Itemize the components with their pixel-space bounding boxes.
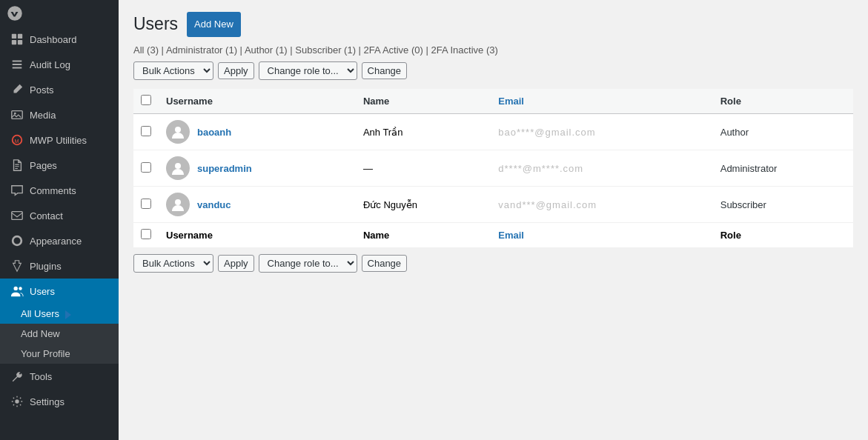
name-value: — <box>363 163 373 174</box>
sidebar-label-plugins: Plugins <box>30 261 62 272</box>
change-top-button[interactable]: Change <box>362 62 408 79</box>
username-cell: vanduc <box>159 187 356 223</box>
email-sort-link[interactable]: Email <box>498 96 524 107</box>
settings-icon <box>10 395 24 408</box>
bulk-actions-top-select[interactable]: Bulk Actions <box>133 61 213 80</box>
svg-point-10 <box>14 287 18 290</box>
svg-point-6 <box>14 113 16 115</box>
tools-icon <box>10 370 24 383</box>
sidebar-item-users[interactable]: Users <box>0 279 119 304</box>
username-link[interactable]: vanduc <box>197 199 231 210</box>
sidebar-item-mwp[interactable]: M MWP Utilities <box>0 127 119 153</box>
sidebar-item-media[interactable]: Media <box>0 102 119 127</box>
page-header: Users Add New <box>133 12 853 37</box>
sidebar-item-audit-log[interactable]: Audit Log <box>0 52 119 77</box>
name-col-header: Name <box>356 89 491 114</box>
avatar <box>166 193 190 216</box>
email-value: bao****@gmail.com <box>498 127 595 138</box>
sidebar-label-tools: Tools <box>30 371 52 382</box>
change-bottom-button[interactable]: Change <box>362 255 408 272</box>
avatar <box>166 156 190 180</box>
select-all-checkbox[interactable] <box>141 95 151 105</box>
select-all-header <box>133 89 159 114</box>
filter-2fa-active[interactable]: 2FA Active (0) <box>364 44 423 56</box>
role-value: Author <box>720 127 749 138</box>
sidebar: Dashboard Audit Log Posts Media M MWP Ut… <box>0 0 119 440</box>
sidebar-label-contact: Contact <box>30 210 63 221</box>
apply-bottom-button[interactable]: Apply <box>218 255 254 272</box>
posts-icon <box>10 83 24 96</box>
sidebar-item-plugins[interactable]: Plugins <box>0 253 119 279</box>
row-checkbox-cell <box>133 150 159 187</box>
avatar <box>166 120 190 144</box>
bottom-toolbar: Bulk Actions Apply Change role to... Cha… <box>133 254 853 273</box>
svg-rect-2 <box>18 34 22 39</box>
sidebar-item-appearance[interactable]: Appearance <box>0 228 119 253</box>
page-title: Users <box>133 13 178 36</box>
change-role-top-select[interactable]: Change role to... <box>259 61 357 80</box>
dashboard-icon <box>10 33 24 46</box>
submenu-add-new[interactable]: Add New <box>0 324 119 344</box>
filter-2fa-inactive[interactable]: 2FA Inactive (3) <box>431 44 497 56</box>
sidebar-item-dashboard[interactable]: Dashboard <box>0 27 119 52</box>
role-value: Administrator <box>720 163 778 174</box>
sidebar-label-comments: Comments <box>30 185 76 196</box>
svg-text:M: M <box>14 138 19 144</box>
sidebar-label-media: Media <box>30 110 56 121</box>
comments-icon <box>10 184 24 197</box>
username-link[interactable]: superadmin <box>197 163 252 174</box>
email-cell: bao****@gmail.com <box>491 114 712 150</box>
username-foot-header: Username <box>159 223 356 248</box>
name-value: Anh Trần <box>363 127 403 138</box>
table-row: vanduc Đức Nguyễn vand***@gmail.com Subs… <box>133 187 853 223</box>
filter-author[interactable]: Author (1) <box>245 44 288 56</box>
role-cell: Subscriber <box>713 187 853 223</box>
row-checkbox[interactable] <box>141 162 151 173</box>
users-submenu: All Users Add New Your Profile <box>0 304 119 364</box>
top-toolbar: Bulk Actions Apply Change role to... Cha… <box>133 61 853 80</box>
contact-icon <box>10 209 24 222</box>
filter-all[interactable]: All (3) <box>133 44 159 56</box>
bulk-actions-bottom-select[interactable]: Bulk Actions <box>133 254 213 273</box>
role-cell: Author <box>713 114 853 150</box>
media-icon <box>10 108 24 121</box>
arrow-indicator <box>65 310 71 319</box>
filter-subscriber[interactable]: Subscriber (1) <box>295 44 356 56</box>
sidebar-item-tools[interactable]: Tools <box>0 364 119 389</box>
svg-rect-9 <box>12 212 22 220</box>
table-row: superadmin — d****@m****.com Administrat… <box>133 150 853 187</box>
role-value: Subscriber <box>720 199 766 210</box>
role-foot-header: Role <box>713 223 853 248</box>
appearance-icon <box>10 234 24 247</box>
email-sort-foot-link[interactable]: Email <box>498 230 524 241</box>
row-checkbox-cell <box>133 187 159 223</box>
sidebar-label-mwp: MWP Utilities <box>30 135 87 146</box>
apply-top-button[interactable]: Apply <box>218 62 254 79</box>
select-all-footer-checkbox[interactable] <box>141 229 151 239</box>
svg-point-12 <box>15 399 19 403</box>
sidebar-item-settings[interactable]: Settings <box>0 389 119 414</box>
sidebar-label-pages: Pages <box>30 160 57 171</box>
add-new-button[interactable]: Add New <box>187 12 241 37</box>
sidebar-item-contact[interactable]: Contact <box>0 203 119 228</box>
email-foot-header: Email <box>491 223 712 248</box>
sidebar-item-comments[interactable]: Comments <box>0 178 119 203</box>
pages-icon <box>10 159 24 172</box>
filter-administrator[interactable]: Administrator (1) <box>166 44 237 56</box>
submenu-all-users[interactable]: All Users <box>0 304 119 324</box>
change-role-bottom-select[interactable]: Change role to... <box>259 254 357 273</box>
sidebar-item-posts[interactable]: Posts <box>0 77 119 102</box>
svg-point-14 <box>175 163 181 169</box>
submenu-your-profile[interactable]: Your Profile <box>0 344 119 364</box>
svg-point-15 <box>175 199 181 205</box>
svg-point-13 <box>175 127 181 133</box>
row-checkbox[interactable] <box>141 126 151 136</box>
role-cell: Administrator <box>713 150 853 187</box>
row-checkbox[interactable] <box>141 199 151 209</box>
sidebar-label-settings: Settings <box>30 396 64 407</box>
username-link[interactable]: baoanh <box>197 127 231 138</box>
select-all-footer <box>133 223 159 248</box>
svg-rect-1 <box>12 34 16 39</box>
sidebar-item-pages[interactable]: Pages <box>0 153 119 178</box>
email-cell: vand***@gmail.com <box>491 187 712 223</box>
